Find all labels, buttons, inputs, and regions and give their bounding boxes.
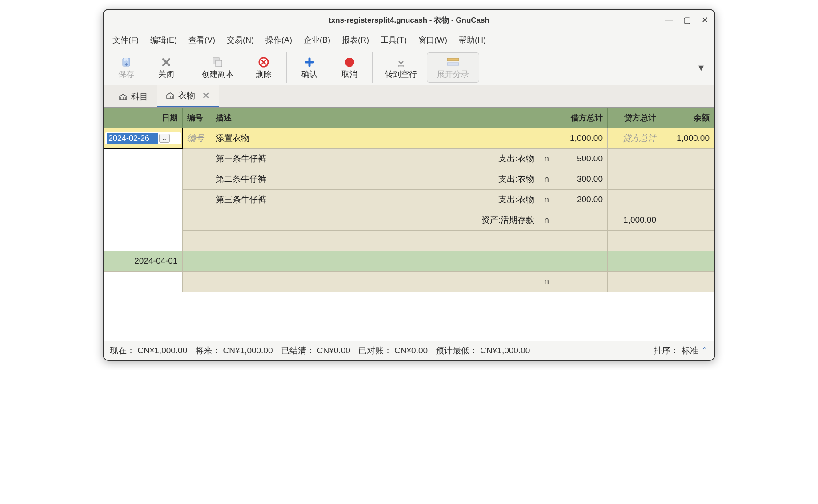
split-r[interactable]: n — [539, 169, 554, 189]
split-account[interactable] — [404, 230, 539, 251]
menu-help[interactable]: 帮助(H) — [456, 33, 489, 47]
next-r[interactable] — [539, 251, 554, 271]
split-desc[interactable]: 第二条牛仔裤 — [211, 169, 404, 189]
num-cell[interactable]: 编号 — [182, 128, 211, 148]
transaction-row-next[interactable]: 2024-04-01 — [104, 251, 714, 271]
tab-accounts[interactable]: 科目 — [110, 87, 157, 107]
close-window-button[interactable]: ✕ — [702, 15, 708, 25]
split-debit[interactable]: 200.00 — [554, 189, 608, 210]
split-button[interactable]: 展开分录 — [427, 52, 479, 83]
blank-r[interactable]: n — [539, 271, 554, 292]
split-debit[interactable]: 500.00 — [554, 148, 608, 169]
date-input[interactable]: 2024-02-26 — [107, 133, 158, 144]
split-credit[interactable] — [608, 148, 661, 169]
split-num[interactable] — [182, 230, 211, 251]
duplicate-label: 创建副本 — [202, 69, 234, 80]
split-row[interactable]: 第二条牛仔裤 支出:衣物 n 300.00 — [104, 169, 714, 189]
minimize-button[interactable]: — — [665, 15, 673, 25]
split-num[interactable] — [182, 210, 211, 230]
split-row[interactable]: 第三条牛仔裤 支出:衣物 n 200.00 — [104, 189, 714, 210]
blank-credit[interactable] — [608, 271, 661, 292]
menu-file[interactable]: 文件(F) — [110, 33, 141, 47]
split-account[interactable]: 支出:衣物 — [404, 169, 539, 189]
split-balance — [661, 210, 714, 230]
transaction-row-main[interactable]: 2024-02-26 ⌄ 编号 添置衣物 1,000.00 贷方总计 1,000… — [104, 128, 714, 148]
split-desc[interactable] — [211, 230, 404, 251]
blank-button[interactable]: 转到空行 — [375, 53, 427, 82]
date-cell[interactable]: 2024-02-26 ⌄ — [104, 128, 182, 148]
split-balance — [661, 230, 714, 251]
split-credit[interactable]: 1,000.00 — [608, 210, 661, 230]
toolbar-separator — [286, 52, 287, 83]
split-debit[interactable] — [554, 210, 608, 230]
menu-view[interactable]: 查看(V) — [186, 33, 218, 47]
enter-button[interactable]: 确认 — [289, 53, 329, 82]
split-row[interactable]: 第一条牛仔裤 支出:衣物 n 500.00 — [104, 148, 714, 169]
next-date-cell[interactable]: 2024-04-01 — [104, 251, 182, 271]
svg-point-4 — [398, 65, 400, 67]
split-r[interactable]: n — [539, 189, 554, 210]
split-desc[interactable]: 第一条牛仔裤 — [211, 148, 404, 169]
close-button[interactable]: 关闭 — [146, 53, 186, 82]
split-row-empty[interactable] — [104, 230, 714, 251]
split-account[interactable]: 资产:活期存款 — [404, 210, 539, 230]
svg-rect-2 — [216, 60, 222, 67]
menu-business[interactable]: 企业(B) — [301, 33, 333, 47]
toolbar-overflow-button[interactable]: ▾ — [690, 61, 712, 74]
toolbar: 保存 关闭 创建副本 删除 确认 — [104, 50, 714, 85]
menu-reports[interactable]: 报表(R) — [339, 33, 372, 47]
split-r[interactable]: n — [539, 148, 554, 169]
next-desc[interactable] — [211, 251, 539, 271]
split-credit[interactable] — [608, 189, 661, 210]
balance-cell: 1,000.00 — [661, 128, 714, 148]
toolbar-separator — [372, 52, 373, 83]
cancel-button[interactable]: 取消 — [329, 53, 369, 82]
blank-num[interactable] — [182, 271, 211, 292]
chevron-down-icon: ▾ — [698, 61, 704, 73]
split-debit[interactable] — [554, 230, 608, 251]
split-num[interactable] — [182, 148, 211, 169]
blank-account[interactable] — [404, 271, 539, 292]
split-desc[interactable]: 第三条牛仔裤 — [211, 189, 404, 210]
menu-actions[interactable]: 操作(A) — [263, 33, 295, 47]
svg-point-6 — [402, 65, 404, 67]
menu-transaction[interactable]: 交易(N) — [224, 33, 257, 47]
next-credit[interactable] — [608, 251, 661, 271]
tab-clothing[interactable]: 衣物 ✕ — [157, 85, 219, 107]
split-r[interactable] — [539, 230, 554, 251]
split-num[interactable] — [182, 169, 211, 189]
header-desc: 描述 — [211, 108, 539, 128]
split-credit[interactable] — [608, 169, 661, 189]
split-account[interactable]: 支出:衣物 — [404, 148, 539, 169]
split-row-blank[interactable]: n — [104, 271, 714, 292]
split-r[interactable]: n — [539, 210, 554, 230]
status-present: 现在： CN¥1,000.00 — [110, 345, 187, 356]
delete-button[interactable]: 删除 — [244, 53, 284, 82]
split-num[interactable] — [182, 189, 211, 210]
date-dropdown-button[interactable]: ⌄ — [159, 134, 170, 143]
menu-edit[interactable]: 编辑(E) — [148, 33, 180, 47]
split-balance — [661, 189, 714, 210]
split-row[interactable]: 资产:活期存款 n 1,000.00 — [104, 210, 714, 230]
blank-debit[interactable] — [554, 271, 608, 292]
split-account[interactable]: 支出:衣物 — [404, 189, 539, 210]
blank-desc[interactable] — [211, 271, 404, 292]
next-num[interactable] — [182, 251, 211, 271]
debit-cell[interactable]: 1,000.00 — [554, 128, 608, 148]
credit-cell[interactable]: 贷方总计 — [608, 128, 661, 148]
r-cell[interactable] — [539, 128, 554, 148]
next-debit[interactable] — [554, 251, 608, 271]
status-sort[interactable]: 排序： 标准 ⌃ — [654, 345, 708, 356]
split-debit[interactable]: 300.00 — [554, 169, 608, 189]
save-button[interactable]: 保存 — [106, 53, 146, 82]
maximize-button[interactable]: ▢ — [683, 15, 691, 25]
split-credit[interactable] — [608, 230, 661, 251]
menu-windows[interactable]: 窗口(W) — [416, 33, 450, 47]
menu-tools[interactable]: 工具(T) — [378, 33, 409, 47]
desc-cell[interactable]: 添置衣物 — [211, 128, 539, 148]
tab-close-button[interactable]: ✕ — [202, 90, 210, 101]
split-desc[interactable] — [211, 210, 404, 230]
duplicate-button[interactable]: 创建副本 — [192, 53, 244, 82]
menubar: 文件(F) 编辑(E) 查看(V) 交易(N) 操作(A) 企业(B) 报表(R… — [104, 30, 714, 50]
delete-label: 删除 — [256, 69, 272, 80]
